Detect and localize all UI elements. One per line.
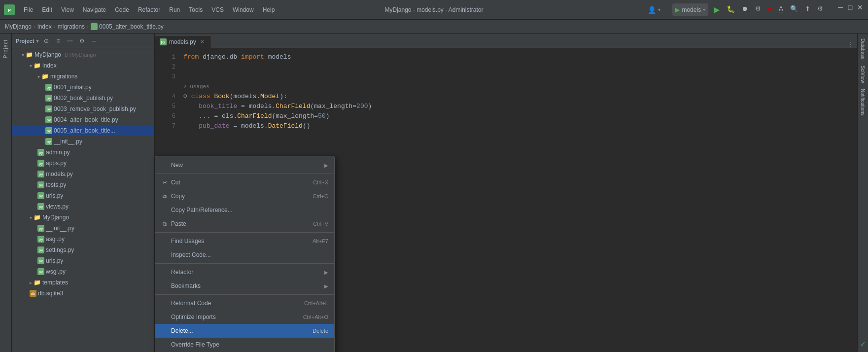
tree-item-index[interactable]: ▾ 📁 index xyxy=(12,60,154,71)
debug-button[interactable]: 🐛 xyxy=(725,3,736,16)
collapse-all-icon[interactable]: ≡ xyxy=(53,35,64,46)
context-menu: New ▶ ✂ Cut Ctrl+X ⧉ Copy Ctrl+C xyxy=(155,156,335,352)
menu-edit[interactable]: Edit xyxy=(38,4,56,15)
run-button[interactable]: ▶ xyxy=(712,3,721,16)
tree-item-mydj-pkg[interactable]: ▾ 📁 MyDjango xyxy=(12,212,154,223)
chevron-icon: ▾ xyxy=(22,52,24,58)
tree-item-0004[interactable]: py 0004_alter_book_title.py xyxy=(12,114,154,125)
tree-item-urls-index[interactable]: py urls.py xyxy=(12,190,154,201)
copy-icon: ⧉ xyxy=(161,193,168,200)
cut-icon: ✂ xyxy=(161,179,168,186)
ctx-sep-2 xyxy=(155,232,334,233)
py-file-icon: py xyxy=(37,171,44,177)
menu-help[interactable]: Help xyxy=(259,4,279,15)
notifications-panel-label[interactable]: Notifications xyxy=(859,86,867,118)
coverage-button[interactable]: ⏺ xyxy=(740,3,750,16)
translate-button[interactable]: A̲ xyxy=(777,3,785,16)
project-tab-label[interactable]: Project xyxy=(1,35,10,62)
tab-close-button[interactable]: ✕ xyxy=(199,38,206,45)
breadcrumb-file: 0005_alter_book_title.py xyxy=(91,23,164,30)
ctx-paste[interactable]: ⧉ Paste Ctrl+V xyxy=(155,217,334,231)
locate-icon[interactable]: ⊙ xyxy=(41,35,52,46)
tree-item-0003[interactable]: py 0003_remove_book_publish.py xyxy=(12,104,154,114)
menu-tools[interactable]: Tools xyxy=(185,4,207,15)
tree-item-apps[interactable]: py apps.py xyxy=(12,158,154,169)
code-line-1: from django.db import models xyxy=(183,52,857,62)
ctx-copy-path[interactable]: Copy Path/Reference... xyxy=(155,203,334,217)
tree-item-admin[interactable]: py admin.py xyxy=(12,147,154,158)
py-file-icon: py xyxy=(37,192,44,199)
expand-icon[interactable]: ⋯ xyxy=(65,35,75,46)
maximize-button[interactable]: □ xyxy=(846,3,854,11)
tree-item-templates[interactable]: ▸ 📁 templates xyxy=(12,277,154,288)
tree-item-models[interactable]: py models.py xyxy=(12,169,154,179)
ctx-refactor[interactable]: Refactor ▶ xyxy=(155,265,334,279)
tab-more-button[interactable]: ⋮ xyxy=(843,41,857,48)
tree-item-0001[interactable]: py 0001_initial.py xyxy=(12,82,154,93)
tree-item-settings[interactable]: py settings.py xyxy=(12,245,154,255)
folder-icon: 📁 xyxy=(34,279,41,286)
stop-button[interactable]: ■ xyxy=(766,3,773,16)
ctx-optimize[interactable]: Optimize Imports Ctrl+Alt+O xyxy=(155,310,334,324)
menu-file[interactable]: File xyxy=(20,4,37,15)
minimize-button[interactable]: ─ xyxy=(836,3,844,11)
settings-icon[interactable]: ⚙ xyxy=(76,35,87,46)
update-button[interactable]: ⬆ xyxy=(803,3,812,16)
minimize-panel-icon[interactable]: ─ xyxy=(88,35,99,46)
tree-item-asgi[interactable]: py asgi.py xyxy=(12,234,154,245)
breadcrumb-project[interactable]: MyDjango xyxy=(5,23,32,30)
tree-item-0002[interactable]: py 0002_book_publish.py xyxy=(12,93,154,104)
ctx-bookmarks[interactable]: Bookmarks ▶ xyxy=(155,279,334,293)
menu-view[interactable]: View xyxy=(57,4,78,15)
code-line-5: book_title = models. CharField ( max_len… xyxy=(183,102,857,111)
code-line-2 xyxy=(183,62,857,72)
chevron-icon: ▾ xyxy=(30,63,32,69)
py-file-icon: py xyxy=(37,225,44,232)
ctx-new[interactable]: New ▶ xyxy=(155,158,334,172)
menu-window[interactable]: Window xyxy=(229,4,258,15)
ctx-cut[interactable]: ✂ Cut Ctrl+X xyxy=(155,176,334,189)
ctx-delete[interactable]: Delete... Delete xyxy=(155,324,334,338)
tab-models-py[interactable]: py models.py ✕ xyxy=(155,35,211,48)
panel-dropdown-arrow[interactable]: ▾ xyxy=(36,37,39,44)
ctx-override-filetype[interactable]: Override File Type xyxy=(155,338,334,352)
menu-vcs[interactable]: VCS xyxy=(208,4,228,15)
close-button[interactable]: ✕ xyxy=(856,3,864,11)
tab-label: models.py xyxy=(169,38,196,45)
menu-navigate[interactable]: Navigate xyxy=(79,4,110,15)
folder-icon: 📁 xyxy=(26,51,33,58)
py-file-icon: py xyxy=(45,116,52,123)
breadcrumb-migrations[interactable]: migrations xyxy=(58,23,85,30)
tree-item-mydj-root[interactable]: ▾ 📁 MyDjango D:\MyDjango xyxy=(12,49,154,60)
ctx-copy[interactable]: ⧉ Copy Ctrl+C xyxy=(155,189,334,203)
sciview-panel-label[interactable]: SciView xyxy=(859,63,867,86)
run-config-dropdown[interactable]: ▶ models ▾ xyxy=(672,3,708,16)
breadcrumb-index[interactable]: index xyxy=(37,23,52,30)
tree-item-views[interactable]: py views.py xyxy=(12,201,154,212)
tree-item-db[interactable]: db db.sqlite3 xyxy=(12,288,154,299)
ctx-reformat[interactable]: Reformat Code Ctrl+Alt+L xyxy=(155,296,334,310)
tree-item-0005[interactable]: py 0005_alter_book_title... xyxy=(12,125,154,136)
code-line-4-hint: 2 usages xyxy=(183,82,857,92)
tree-item-init-migrations[interactable]: py __init__.py xyxy=(12,136,154,147)
ctx-sep-3 xyxy=(155,263,334,264)
menu-refactor[interactable]: Refactor xyxy=(134,4,164,15)
tree-item-migrations[interactable]: ▾ 📁 migrations xyxy=(12,71,154,82)
window-title: MyDjango - models.py - Administrator xyxy=(384,6,483,13)
tree-item-init-pkg[interactable]: py __init__.py xyxy=(12,223,154,234)
breadcrumb: MyDjango › index › migrations › 0005_alt… xyxy=(0,20,868,34)
chevron-right-icon: ▸ xyxy=(30,280,32,285)
menu-run[interactable]: Run xyxy=(165,4,184,15)
run-config-label: models xyxy=(682,6,701,13)
search-button[interactable]: 🔍 xyxy=(789,3,799,16)
panel-header: Project ▾ ⊙ ≡ ⋯ ⚙ ─ xyxy=(12,34,154,48)
database-panel-label[interactable]: Database xyxy=(859,35,867,63)
ctx-find-usages[interactable]: Find Usages Alt+F7 xyxy=(155,234,334,248)
profile-button[interactable]: ⚙ xyxy=(754,3,763,16)
settings-button[interactable]: ⚙ xyxy=(816,3,825,16)
menu-code[interactable]: Code xyxy=(111,4,133,15)
ctx-inspect-code[interactable]: Inspect Code... xyxy=(155,248,334,262)
tree-item-tests[interactable]: py tests.py xyxy=(12,179,154,190)
tree-item-wsgi[interactable]: py wsgi.py xyxy=(12,266,154,277)
tree-item-urls-pkg[interactable]: py urls.py xyxy=(12,255,154,266)
